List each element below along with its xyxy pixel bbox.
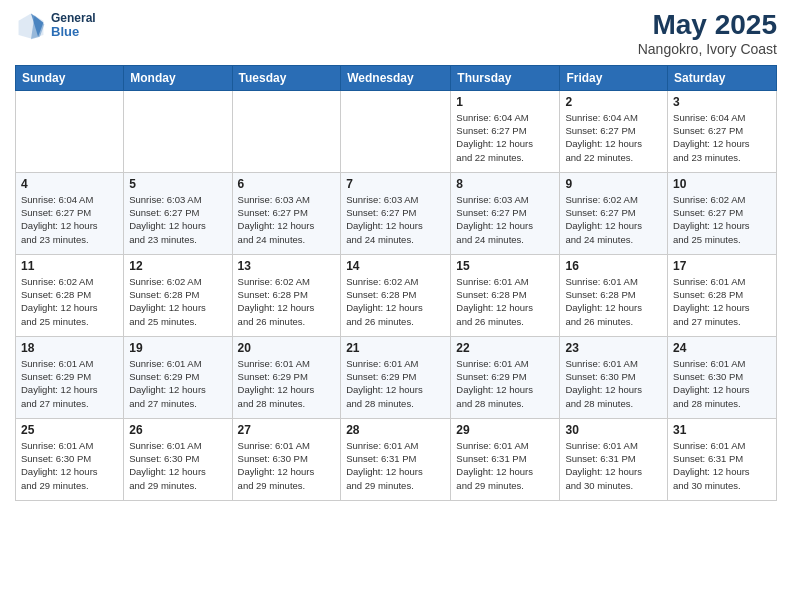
day-info: Sunrise: 6:01 AM Sunset: 6:30 PM Dayligh… bbox=[21, 439, 118, 492]
day-info: Sunrise: 6:04 AM Sunset: 6:27 PM Dayligh… bbox=[673, 111, 771, 164]
calendar-day-cell: 6Sunrise: 6:03 AM Sunset: 6:27 PM Daylig… bbox=[232, 172, 341, 254]
logo-text: General Blue bbox=[51, 12, 96, 39]
day-info: Sunrise: 6:01 AM Sunset: 6:31 PM Dayligh… bbox=[346, 439, 445, 492]
day-info: Sunrise: 6:01 AM Sunset: 6:28 PM Dayligh… bbox=[673, 275, 771, 328]
day-info: Sunrise: 6:01 AM Sunset: 6:30 PM Dayligh… bbox=[129, 439, 226, 492]
page-title: May 2025 bbox=[638, 10, 777, 41]
day-info: Sunrise: 6:03 AM Sunset: 6:27 PM Dayligh… bbox=[346, 193, 445, 246]
calendar-day-cell: 7Sunrise: 6:03 AM Sunset: 6:27 PM Daylig… bbox=[341, 172, 451, 254]
calendar-day-header: Thursday bbox=[451, 65, 560, 90]
day-info: Sunrise: 6:01 AM Sunset: 6:31 PM Dayligh… bbox=[456, 439, 554, 492]
day-info: Sunrise: 6:04 AM Sunset: 6:27 PM Dayligh… bbox=[21, 193, 118, 246]
calendar-day-cell: 22Sunrise: 6:01 AM Sunset: 6:29 PM Dayli… bbox=[451, 336, 560, 418]
day-info: Sunrise: 6:01 AM Sunset: 6:30 PM Dayligh… bbox=[565, 357, 662, 410]
calendar-day-cell: 26Sunrise: 6:01 AM Sunset: 6:30 PM Dayli… bbox=[124, 418, 232, 500]
calendar-day-cell: 19Sunrise: 6:01 AM Sunset: 6:29 PM Dayli… bbox=[124, 336, 232, 418]
calendar-day-cell: 23Sunrise: 6:01 AM Sunset: 6:30 PM Dayli… bbox=[560, 336, 668, 418]
day-info: Sunrise: 6:01 AM Sunset: 6:31 PM Dayligh… bbox=[565, 439, 662, 492]
day-info: Sunrise: 6:02 AM Sunset: 6:27 PM Dayligh… bbox=[565, 193, 662, 246]
calendar-day-cell: 28Sunrise: 6:01 AM Sunset: 6:31 PM Dayli… bbox=[341, 418, 451, 500]
calendar-week-row: 18Sunrise: 6:01 AM Sunset: 6:29 PM Dayli… bbox=[16, 336, 777, 418]
day-number: 22 bbox=[456, 341, 554, 355]
day-number: 13 bbox=[238, 259, 336, 273]
day-number: 23 bbox=[565, 341, 662, 355]
calendar-day-cell: 10Sunrise: 6:02 AM Sunset: 6:27 PM Dayli… bbox=[668, 172, 777, 254]
day-number: 31 bbox=[673, 423, 771, 437]
calendar-day-cell: 4Sunrise: 6:04 AM Sunset: 6:27 PM Daylig… bbox=[16, 172, 124, 254]
day-info: Sunrise: 6:01 AM Sunset: 6:29 PM Dayligh… bbox=[129, 357, 226, 410]
calendar-day-cell: 12Sunrise: 6:02 AM Sunset: 6:28 PM Dayli… bbox=[124, 254, 232, 336]
calendar-day-header: Tuesday bbox=[232, 65, 341, 90]
day-number: 1 bbox=[456, 95, 554, 109]
calendar-day-cell: 17Sunrise: 6:01 AM Sunset: 6:28 PM Dayli… bbox=[668, 254, 777, 336]
day-info: Sunrise: 6:02 AM Sunset: 6:27 PM Dayligh… bbox=[673, 193, 771, 246]
day-info: Sunrise: 6:02 AM Sunset: 6:28 PM Dayligh… bbox=[238, 275, 336, 328]
day-number: 9 bbox=[565, 177, 662, 191]
logo: General Blue bbox=[15, 10, 96, 42]
calendar-day-cell: 29Sunrise: 6:01 AM Sunset: 6:31 PM Dayli… bbox=[451, 418, 560, 500]
day-number: 7 bbox=[346, 177, 445, 191]
day-number: 30 bbox=[565, 423, 662, 437]
calendar-week-row: 1Sunrise: 6:04 AM Sunset: 6:27 PM Daylig… bbox=[16, 90, 777, 172]
calendar-day-cell: 5Sunrise: 6:03 AM Sunset: 6:27 PM Daylig… bbox=[124, 172, 232, 254]
day-info: Sunrise: 6:01 AM Sunset: 6:29 PM Dayligh… bbox=[346, 357, 445, 410]
day-info: Sunrise: 6:01 AM Sunset: 6:29 PM Dayligh… bbox=[456, 357, 554, 410]
logo-blue: Blue bbox=[51, 25, 96, 39]
calendar-day-cell: 27Sunrise: 6:01 AM Sunset: 6:30 PM Dayli… bbox=[232, 418, 341, 500]
day-number: 8 bbox=[456, 177, 554, 191]
calendar-day-cell: 2Sunrise: 6:04 AM Sunset: 6:27 PM Daylig… bbox=[560, 90, 668, 172]
day-number: 6 bbox=[238, 177, 336, 191]
calendar-header-row: SundayMondayTuesdayWednesdayThursdayFrid… bbox=[16, 65, 777, 90]
day-number: 25 bbox=[21, 423, 118, 437]
day-number: 10 bbox=[673, 177, 771, 191]
calendar-day-cell bbox=[232, 90, 341, 172]
day-info: Sunrise: 6:02 AM Sunset: 6:28 PM Dayligh… bbox=[21, 275, 118, 328]
calendar-day-cell: 20Sunrise: 6:01 AM Sunset: 6:29 PM Dayli… bbox=[232, 336, 341, 418]
calendar-day-cell: 16Sunrise: 6:01 AM Sunset: 6:28 PM Dayli… bbox=[560, 254, 668, 336]
calendar-day-header: Saturday bbox=[668, 65, 777, 90]
calendar-day-cell: 18Sunrise: 6:01 AM Sunset: 6:29 PM Dayli… bbox=[16, 336, 124, 418]
calendar-day-header: Wednesday bbox=[341, 65, 451, 90]
day-number: 19 bbox=[129, 341, 226, 355]
day-info: Sunrise: 6:01 AM Sunset: 6:30 PM Dayligh… bbox=[673, 357, 771, 410]
day-number: 21 bbox=[346, 341, 445, 355]
calendar-day-cell: 3Sunrise: 6:04 AM Sunset: 6:27 PM Daylig… bbox=[668, 90, 777, 172]
day-info: Sunrise: 6:04 AM Sunset: 6:27 PM Dayligh… bbox=[565, 111, 662, 164]
day-number: 26 bbox=[129, 423, 226, 437]
day-number: 12 bbox=[129, 259, 226, 273]
day-number: 17 bbox=[673, 259, 771, 273]
calendar-day-cell: 14Sunrise: 6:02 AM Sunset: 6:28 PM Dayli… bbox=[341, 254, 451, 336]
calendar-day-cell: 9Sunrise: 6:02 AM Sunset: 6:27 PM Daylig… bbox=[560, 172, 668, 254]
day-number: 24 bbox=[673, 341, 771, 355]
calendar-day-cell: 13Sunrise: 6:02 AM Sunset: 6:28 PM Dayli… bbox=[232, 254, 341, 336]
calendar-day-cell: 21Sunrise: 6:01 AM Sunset: 6:29 PM Dayli… bbox=[341, 336, 451, 418]
day-number: 14 bbox=[346, 259, 445, 273]
calendar-day-cell: 24Sunrise: 6:01 AM Sunset: 6:30 PM Dayli… bbox=[668, 336, 777, 418]
day-number: 15 bbox=[456, 259, 554, 273]
day-number: 27 bbox=[238, 423, 336, 437]
day-number: 18 bbox=[21, 341, 118, 355]
day-number: 11 bbox=[21, 259, 118, 273]
calendar-day-cell bbox=[341, 90, 451, 172]
day-info: Sunrise: 6:01 AM Sunset: 6:31 PM Dayligh… bbox=[673, 439, 771, 492]
day-number: 29 bbox=[456, 423, 554, 437]
title-area: May 2025 Nangokro, Ivory Coast bbox=[638, 10, 777, 57]
page-header: General Blue May 2025 Nangokro, Ivory Co… bbox=[15, 10, 777, 57]
day-info: Sunrise: 6:03 AM Sunset: 6:27 PM Dayligh… bbox=[129, 193, 226, 246]
day-number: 16 bbox=[565, 259, 662, 273]
day-info: Sunrise: 6:01 AM Sunset: 6:29 PM Dayligh… bbox=[238, 357, 336, 410]
day-info: Sunrise: 6:04 AM Sunset: 6:27 PM Dayligh… bbox=[456, 111, 554, 164]
day-number: 5 bbox=[129, 177, 226, 191]
calendar-day-cell: 8Sunrise: 6:03 AM Sunset: 6:27 PM Daylig… bbox=[451, 172, 560, 254]
day-info: Sunrise: 6:01 AM Sunset: 6:28 PM Dayligh… bbox=[565, 275, 662, 328]
day-info: Sunrise: 6:01 AM Sunset: 6:29 PM Dayligh… bbox=[21, 357, 118, 410]
calendar-day-cell bbox=[16, 90, 124, 172]
calendar-day-header: Monday bbox=[124, 65, 232, 90]
day-info: Sunrise: 6:02 AM Sunset: 6:28 PM Dayligh… bbox=[346, 275, 445, 328]
logo-icon bbox=[15, 10, 47, 42]
calendar-table: SundayMondayTuesdayWednesdayThursdayFrid… bbox=[15, 65, 777, 501]
calendar-week-row: 11Sunrise: 6:02 AM Sunset: 6:28 PM Dayli… bbox=[16, 254, 777, 336]
day-info: Sunrise: 6:01 AM Sunset: 6:28 PM Dayligh… bbox=[456, 275, 554, 328]
day-number: 28 bbox=[346, 423, 445, 437]
page-subtitle: Nangokro, Ivory Coast bbox=[638, 41, 777, 57]
